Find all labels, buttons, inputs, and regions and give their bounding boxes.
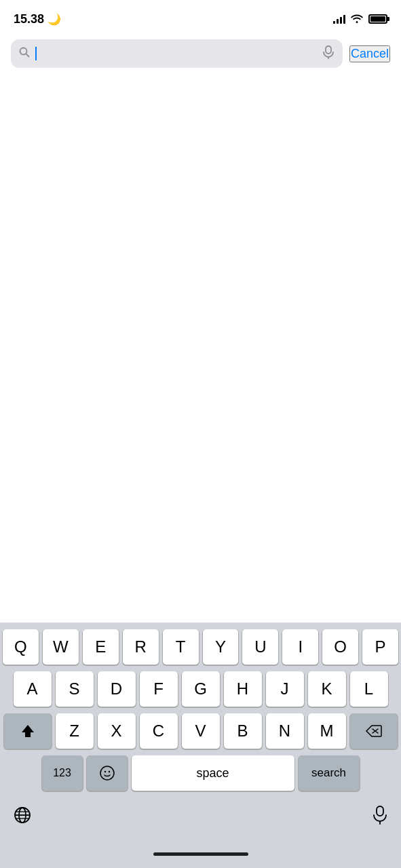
key-x[interactable]: X — [98, 713, 136, 749]
key-l[interactable]: L — [350, 671, 388, 707]
key-u[interactable]: U — [242, 629, 278, 665]
key-e[interactable]: E — [83, 629, 119, 665]
key-p[interactable]: P — [362, 629, 398, 665]
svg-point-8 — [104, 771, 105, 772]
keyboard-row-4: 123 space search — [3, 755, 398, 791]
key-o[interactable]: O — [322, 629, 358, 665]
key-z[interactable]: Z — [56, 713, 94, 749]
key-r[interactable]: R — [123, 629, 159, 665]
search-icon — [19, 47, 30, 60]
svg-rect-15 — [377, 806, 383, 816]
text-cursor — [35, 47, 37, 60]
key-g[interactable]: G — [182, 671, 220, 707]
key-b[interactable]: B — [224, 713, 262, 749]
numbers-key[interactable]: 123 — [42, 755, 83, 791]
home-indicator — [0, 845, 401, 868]
status-time: 15.38 🌙 — [14, 12, 61, 26]
key-w[interactable]: W — [43, 629, 79, 665]
mic-icon[interactable] — [322, 45, 335, 62]
keyboard: Q W E R T Y U I O P A S D F G H J K L Z … — [0, 623, 401, 797]
key-k[interactable]: K — [308, 671, 346, 707]
key-v[interactable]: V — [182, 713, 220, 749]
key-y[interactable]: Y — [203, 629, 239, 665]
key-n[interactable]: N — [266, 713, 304, 749]
svg-point-7 — [100, 766, 114, 780]
emoji-key[interactable] — [87, 755, 128, 791]
key-t[interactable]: T — [163, 629, 199, 665]
key-f[interactable]: F — [140, 671, 178, 707]
cancel-button[interactable]: Cancel — [349, 45, 390, 62]
key-a[interactable]: A — [14, 671, 52, 707]
keyboard-bottom — [0, 797, 401, 845]
key-m[interactable]: M — [308, 713, 346, 749]
key-q[interactable]: Q — [3, 629, 39, 665]
space-key[interactable]: space — [132, 755, 294, 791]
search-field[interactable] — [11, 39, 343, 68]
key-h[interactable]: H — [224, 671, 262, 707]
key-c[interactable]: C — [140, 713, 178, 749]
main-content — [0, 73, 401, 623]
svg-point-9 — [108, 771, 109, 772]
moon-icon: 🌙 — [47, 13, 61, 26]
keyboard-row-3: Z X C V B N M — [3, 713, 398, 749]
search-key[interactable]: search — [299, 755, 360, 791]
key-j[interactable]: J — [266, 671, 304, 707]
keyboard-row-2: A S D F G H J K L — [3, 671, 398, 707]
mic-bottom-icon[interactable] — [373, 806, 387, 829]
globe-icon[interactable] — [14, 806, 31, 828]
svg-line-1 — [26, 54, 28, 56]
svg-rect-2 — [326, 46, 331, 54]
search-bar-container: Cancel — [0, 34, 401, 73]
battery-icon — [368, 14, 387, 24]
shift-key[interactable] — [4, 713, 52, 749]
key-s[interactable]: S — [56, 671, 94, 707]
status-icons — [333, 14, 387, 25]
home-bar — [153, 852, 248, 856]
backspace-key[interactable] — [350, 713, 398, 749]
time-display: 15.38 — [14, 12, 44, 26]
wifi-icon — [351, 14, 363, 25]
search-input[interactable] — [35, 47, 317, 60]
keyboard-row-1: Q W E R T Y U I O P — [3, 629, 398, 665]
svg-marker-4 — [22, 725, 34, 737]
status-bar: 15.38 🌙 — [0, 0, 401, 34]
key-i[interactable]: I — [282, 629, 318, 665]
signal-icon — [333, 14, 345, 24]
key-d[interactable]: D — [98, 671, 136, 707]
